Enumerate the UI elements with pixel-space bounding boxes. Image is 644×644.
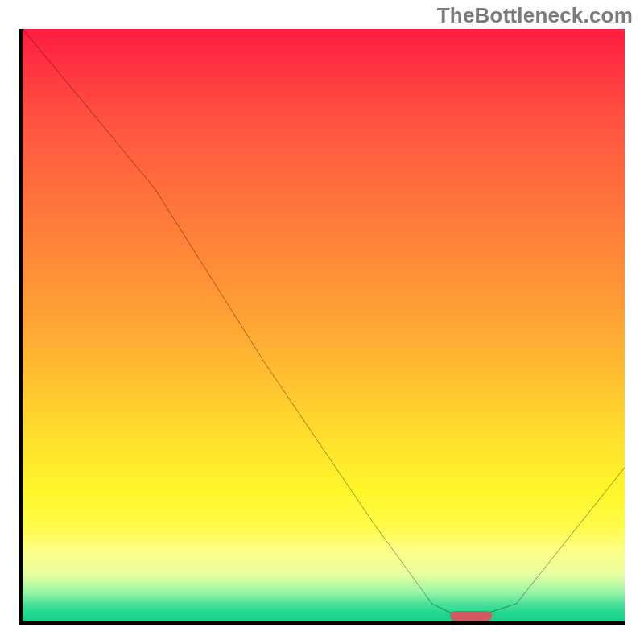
bottleneck-curve <box>23 29 625 621</box>
chart-container: TheBottleneck.com <box>0 0 644 644</box>
plot-area <box>19 29 625 625</box>
watermark-text: TheBottleneck.com <box>437 3 633 28</box>
optimal-marker <box>450 611 492 621</box>
